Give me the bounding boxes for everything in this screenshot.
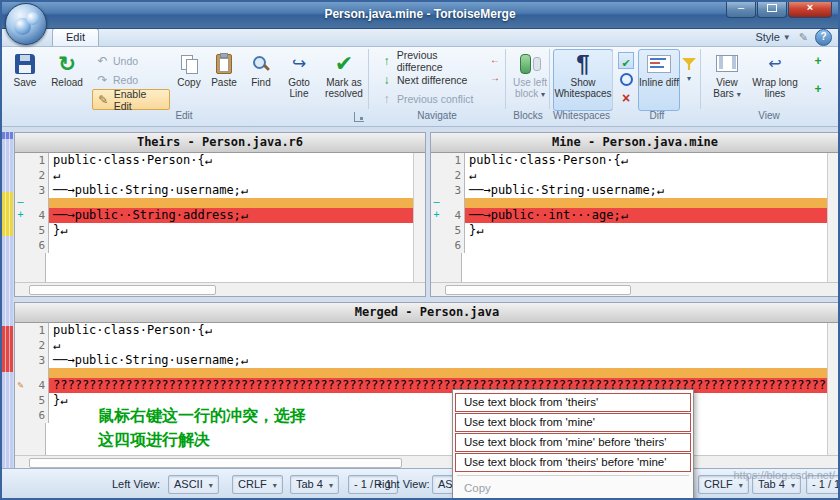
check-icon: ✔ xyxy=(335,52,353,76)
tortoisemerge-logo-icon xyxy=(26,12,39,25)
paste-icon xyxy=(216,54,232,74)
code-line[interactable]: ──→public·String·username;↵ xyxy=(465,183,839,198)
close-button[interactable]: × xyxy=(788,0,832,18)
show-whitespaces-button[interactable]: ¶ Show Whitespaces xyxy=(553,49,613,111)
pencil-icon: ✎ xyxy=(96,93,111,107)
inline-diff-button[interactable]: Inline diff xyxy=(638,49,680,111)
vertical-scrollbar[interactable] xyxy=(827,153,839,282)
save-icon xyxy=(15,54,35,74)
filter-button[interactable]: ▾ xyxy=(681,56,697,83)
horizontal-scrollbar[interactable] xyxy=(431,282,839,296)
wrap-lines-icon: ↩ xyxy=(768,54,781,73)
block-icon xyxy=(520,54,531,74)
maximize-icon xyxy=(767,4,777,12)
locator-segment-conflict-merged xyxy=(2,326,13,372)
reload-button[interactable]: ↻ Reload xyxy=(46,49,88,111)
find-button[interactable]: Find xyxy=(244,49,278,111)
redo-button[interactable]: ↷Redo xyxy=(92,70,170,89)
ribbon-group-edit: Edit xyxy=(6,110,362,121)
maximize-button[interactable] xyxy=(757,0,787,18)
code-line[interactable]: public·class·Person·{↵ xyxy=(49,153,425,168)
menu-item-use-theirs[interactable]: Use text block from 'theirs' xyxy=(455,393,691,412)
chevron-down-icon: ▾ xyxy=(329,481,333,490)
group-separator xyxy=(368,49,369,109)
code-line[interactable]: ──→public·String·username;↵ xyxy=(49,353,839,368)
inline-diff-icon xyxy=(647,55,671,73)
horizontal-scrollbar[interactable] xyxy=(15,282,425,296)
use-left-block-button[interactable]: Use left block ▾ xyxy=(510,49,550,111)
code-line[interactable]: }↵ xyxy=(49,223,425,238)
undo-icon: ↶ xyxy=(95,54,110,68)
previous-conflict-button[interactable]: ↑Previous conflict xyxy=(376,89,488,108)
status-bar: Left View: ASCII▾ CRLF▾ Tab 4▾ - 1 / + 1… xyxy=(0,468,840,499)
vertical-scrollbar[interactable] xyxy=(827,323,839,455)
conflict-code-line[interactable]: ──→public··int···age;↵ xyxy=(465,208,839,223)
code-line[interactable]: ↵ xyxy=(49,168,425,183)
menu-separator xyxy=(457,475,689,476)
annotation-note: 鼠标右键这一行的冲突，选择 这四项进行解决 xyxy=(98,404,306,452)
block-icon xyxy=(533,57,541,71)
x-icon: × xyxy=(622,90,630,106)
code-line[interactable]: public·class·Person·{↵ xyxy=(49,323,839,338)
chevron-down-icon: ▾ xyxy=(209,481,213,490)
title-bar: Person.java.mine - TortoiseMerge – × xyxy=(0,0,840,29)
left-eol-dropdown[interactable]: CRLF▾ xyxy=(232,475,283,494)
menu-item-use-mine-before-theirs[interactable]: Use text block from 'mine' before 'their… xyxy=(455,433,691,452)
diff-ok-button[interactable]: ✔ xyxy=(618,52,634,69)
left-tab-dropdown[interactable]: Tab 4▾ xyxy=(290,475,339,494)
app-menu-button[interactable] xyxy=(5,3,47,45)
pencil-icon[interactable]: ✎ xyxy=(799,31,808,44)
ribbon-group-view: View xyxy=(702,110,836,121)
view-bars-button[interactable]: View Bars ▾ xyxy=(706,49,748,111)
code-line[interactable]: public·class·Person·{↵ xyxy=(465,153,839,168)
theirs-pane-title: Theirs - Person.java.r6 xyxy=(15,133,425,153)
horizontal-scrollbar[interactable] xyxy=(15,455,839,469)
vertical-scrollbar[interactable] xyxy=(413,153,425,282)
theirs-code-area[interactable]: 1public·class·Person·{↵ 2↵ 3──→public·St… xyxy=(15,153,425,282)
menu-item-copy[interactable]: Copy xyxy=(455,479,691,498)
check-icon: ✔ xyxy=(621,57,630,69)
conflict-band xyxy=(49,198,425,208)
pilcrow-icon: ¶ xyxy=(576,51,589,77)
next-inline-diff-icon[interactable]: → xyxy=(488,72,502,84)
paste-button[interactable]: Paste xyxy=(206,49,242,111)
code-line[interactable]: ──→public·String·username;↵ xyxy=(49,183,425,198)
right-view-label: Right View: xyxy=(374,478,429,490)
previous-difference-button[interactable]: ↑Previous difference xyxy=(376,51,488,70)
previous-inline-diff-icon[interactable]: ← xyxy=(488,54,502,66)
chevron-down-icon: ▾ xyxy=(681,74,697,83)
tab-edit[interactable]: Edit xyxy=(52,28,99,46)
copy-icon xyxy=(181,55,198,73)
conflict-code-line[interactable]: ──→public··String·address;↵ xyxy=(49,208,425,223)
menu-item-use-mine[interactable]: Use text block from 'mine' xyxy=(455,413,691,432)
conflict-code-line[interactable]: ????????????????????????????????????????… xyxy=(49,378,839,393)
code-line[interactable]: }↵ xyxy=(465,223,839,238)
code-line[interactable] xyxy=(465,238,839,253)
code-line[interactable]: ↵ xyxy=(465,168,839,183)
wrap-long-lines-button[interactable]: ↩ Wrap long lines xyxy=(750,49,800,111)
code-line[interactable]: ↵ xyxy=(49,338,839,353)
undo-button[interactable]: ↶Undo xyxy=(92,51,170,70)
copy-button[interactable]: Copy xyxy=(172,49,206,111)
left-encoding-dropdown[interactable]: ASCII▾ xyxy=(168,475,219,494)
split-view-icon[interactable]: + xyxy=(808,82,828,96)
goto-line-button[interactable]: ↪ Goto Line xyxy=(280,49,318,111)
mark-resolved-button[interactable]: ✔ Mark as resolved xyxy=(320,49,368,111)
enable-edit-button[interactable]: ✎Enable Edit xyxy=(92,89,170,110)
next-difference-button[interactable]: ↓Next difference xyxy=(376,70,488,89)
view-bars-icon xyxy=(716,55,738,72)
locator-bar[interactable] xyxy=(2,132,13,468)
diff-circle-button[interactable] xyxy=(618,69,634,89)
minimize-button[interactable]: – xyxy=(726,0,756,18)
mine-code-area[interactable]: 1public·class·Person·{↵ 2↵ 3──→public·St… xyxy=(431,153,839,282)
chevron-down-icon: ▾ xyxy=(737,90,741,99)
diff-cancel-button[interactable]: × xyxy=(618,89,634,104)
split-view-icon[interactable]: + xyxy=(808,54,828,68)
circle-icon xyxy=(620,73,633,86)
style-dropdown[interactable]: Style xyxy=(755,31,779,43)
help-button[interactable]: ? xyxy=(815,29,832,46)
code-line[interactable] xyxy=(49,238,425,253)
menu-item-use-theirs-before-mine[interactable]: Use text block from 'theirs' before 'min… xyxy=(455,453,691,472)
mine-pane-title: Mine - Person.java.mine xyxy=(431,133,839,153)
save-button[interactable]: Save xyxy=(6,49,44,111)
